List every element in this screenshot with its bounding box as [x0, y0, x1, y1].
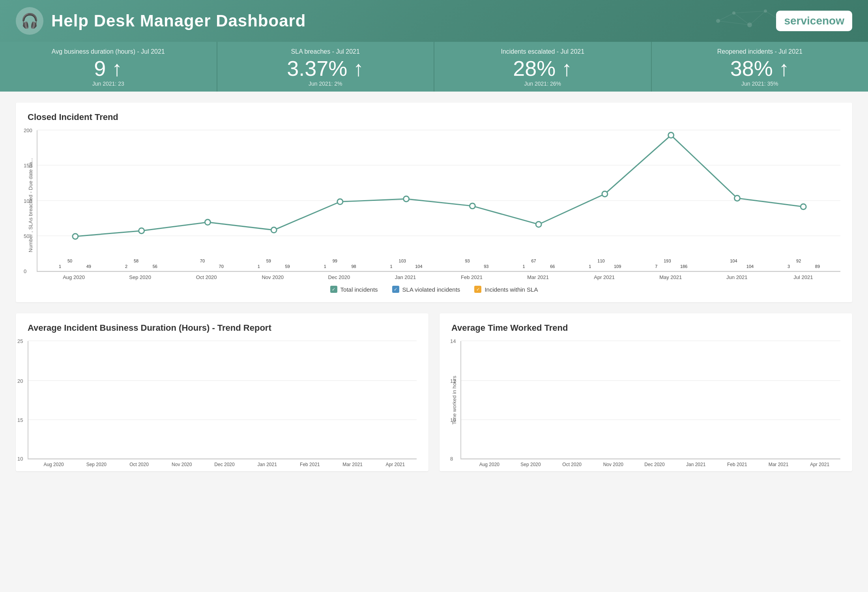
kpi-avg-duration: Avg business duration (hours) - Jul 2021…: [0, 42, 217, 92]
svg-line-10: [734, 11, 765, 13]
avg-duration-inner: 10 15 20 25 17.21415.59.9179.611.123.510: [28, 341, 417, 459]
svg-point-51: [696, 372, 700, 377]
chart-legend: ✓ Total incidents ✓ SLA violated inciden…: [28, 286, 840, 293]
kpi-sla-value: 3.37% ↑: [227, 58, 425, 79]
x-label: Nov 2020: [593, 462, 634, 467]
within-bar-label: 66: [550, 264, 555, 269]
kpi-escalated-label: Incidents escalated - Jul 2021: [444, 48, 642, 55]
x-label: Sep 2020: [107, 274, 173, 280]
svg-text:11.22: 11.22: [644, 394, 657, 400]
legend-sla-violated: ✓ SLA violated incidents: [392, 286, 460, 293]
x-label: Sep 2020: [75, 462, 118, 467]
avg-duration-x-labels: Aug 2020Sep 2020Oct 2020Nov 2020Dec 2020…: [28, 462, 417, 467]
kpi-sla-prev: Jun 2021: 2%: [227, 81, 425, 87]
x-label: Feb 2021: [716, 462, 758, 467]
within-bar-label: 186: [680, 264, 687, 269]
sla-bar-label: 1: [390, 264, 393, 269]
svg-text:17: 17: [220, 390, 225, 396]
tgrid-10: 10: [461, 420, 840, 420]
x-label: Apr 2021: [374, 462, 417, 467]
x-label: Jan 2021: [246, 462, 288, 467]
svg-point-47: [601, 421, 606, 425]
bar-chart-container: Number , SLAs breached - Due date ba... …: [28, 130, 840, 280]
within-bar-label: 56: [153, 264, 157, 269]
sla-bar-label: 1: [589, 264, 591, 269]
x-label: Jan 2021: [372, 274, 438, 280]
svg-text:14.37: 14.37: [461, 353, 468, 359]
avg-time-svg: 14.379.338.559.7211.2213.459.9311.212.7: [461, 341, 840, 459]
bottom-charts-row: Average Incident Business Duration (Hour…: [16, 313, 852, 471]
svg-text:11.1: 11.1: [314, 429, 324, 435]
svg-text:17.2: 17.2: [28, 389, 34, 395]
total-bar-label: 110: [597, 259, 604, 263]
total-bar-label: 58: [134, 259, 138, 263]
within-bar-label: 89: [815, 264, 820, 269]
within-bar-label: 49: [86, 264, 91, 269]
x-label: Oct 2020: [551, 462, 593, 467]
svg-point-39: [413, 443, 417, 448]
avg-time-worked-area: Time worked in hours 8 10 12 14 14.379.3…: [451, 341, 840, 459]
sla-bar-label: 2: [125, 264, 127, 269]
svg-text:11.2: 11.2: [788, 394, 797, 400]
svg-text:14: 14: [75, 410, 80, 416]
header-left: 🎧 Help Desk Manager Dashboard: [16, 7, 306, 35]
kpi-row: Avg business duration (hours) - Jul 2021…: [0, 42, 868, 92]
kpi-escalated-value: 28% ↑: [444, 58, 642, 79]
svg-line-5: [718, 13, 734, 21]
legend-within-sla: ✓ Incidents within SLA: [474, 286, 538, 293]
x-label: Dec 2020: [306, 274, 372, 280]
x-label: Mar 2021: [331, 462, 374, 467]
avg-duration-title: Average Incident Business Duration (Hour…: [28, 323, 417, 333]
kpi-sla-label: SLA breaches - Jul 2021: [227, 48, 425, 55]
x-label: Mar 2021: [758, 462, 799, 467]
avg-time-x-labels: Aug 2020Sep 2020Oct 2020Nov 2020Dec 2020…: [451, 462, 840, 467]
total-bar-label: 50: [67, 259, 72, 263]
sla-bar-label: 7: [655, 264, 657, 269]
x-label: Feb 2021: [438, 274, 505, 280]
svg-text:23.5: 23.5: [363, 348, 372, 354]
kpi-avg-duration-prev: Jun 2021: 23: [9, 81, 207, 87]
x-label: Mar 2021: [505, 274, 571, 280]
total-bar-label: 92: [796, 259, 801, 263]
svg-point-53: [743, 418, 748, 423]
total-bar-label: 70: [200, 259, 205, 263]
header: 🎧 Help Desk Manager Dashboard servicenow: [0, 0, 868, 42]
x-label: Jun 2021: [704, 274, 770, 280]
x-label: Nov 2020: [161, 462, 203, 467]
svg-text:15.5: 15.5: [121, 400, 131, 406]
network-decoration: [710, 5, 789, 37]
x-label: Aug 2020: [32, 462, 75, 467]
within-bar-label: 59: [285, 264, 290, 269]
sla-bar-label: 1: [324, 264, 326, 269]
grid-20: 20: [28, 380, 417, 381]
avg-time-worked-chart: Average Time Worked Trend Time worked in…: [440, 313, 852, 471]
tgrid-14: 14: [461, 341, 840, 341]
kpi-reopened-label: Reopened incidents - Jul 2021: [661, 48, 859, 55]
kpi-escalated: Incidents escalated - Jul 2021 28% ↑ Jun…: [434, 42, 652, 92]
tgrid-12: 12: [461, 380, 840, 381]
kpi-reopened: Reopened incidents - Jul 2021 38% ↑ Jun …: [652, 42, 868, 92]
x-label: May 2021: [638, 274, 704, 280]
total-bar-label: 104: [730, 259, 737, 263]
bar-chart: 0 50 100 150 200 15049258567070159591999…: [37, 130, 840, 280]
svg-point-29: [172, 444, 177, 449]
svg-point-55: [790, 401, 795, 406]
x-label: Dec 2020: [203, 462, 246, 467]
legend-total-icon: ✓: [330, 286, 337, 293]
x-labels: Aug 2020Sep 2020Oct 2020Nov 2020Dec 2020…: [37, 274, 840, 280]
kpi-avg-duration-value: 9 ↑: [9, 58, 207, 79]
svg-line-7: [750, 11, 765, 25]
svg-point-27: [123, 407, 128, 412]
svg-text:9.72: 9.72: [599, 414, 608, 420]
within-bar-label: 98: [351, 264, 356, 269]
sla-bar-label: 3: [788, 264, 790, 269]
svg-text:8.55: 8.55: [552, 429, 561, 435]
avg-duration-area: 10 15 20 25 17.21415.59.9179.611.123.510: [28, 341, 417, 459]
svg-line-8: [765, 11, 781, 21]
svg-point-35: [317, 436, 322, 441]
bar-chart-inner: 0 50 100 150 200 15049258567070159591999…: [37, 130, 840, 272]
svg-point-31: [220, 397, 225, 402]
x-label: Dec 2020: [634, 462, 675, 467]
within-bar-label: 109: [614, 264, 621, 269]
legend-total: ✓ Total incidents: [330, 286, 378, 293]
